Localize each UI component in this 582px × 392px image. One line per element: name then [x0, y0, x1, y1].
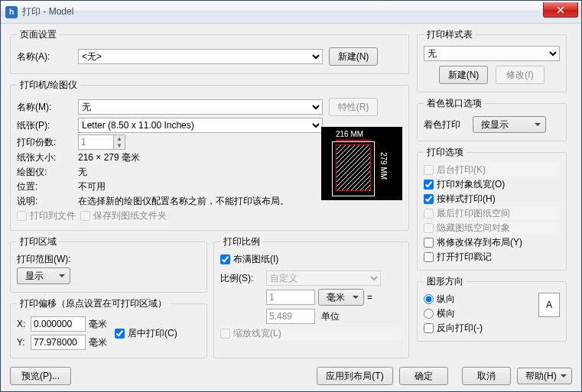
page-setup-group: 页面设置 名称(A): <无> 新建(N): [10, 28, 409, 74]
style-modify-button[interactable]: 修改(I): [496, 66, 545, 84]
printer-name-select[interactable]: 无: [78, 99, 323, 115]
copies-spinner[interactable]: ▲▼: [78, 134, 125, 150]
printer-name-label: 名称(M):: [17, 101, 78, 114]
cancel-button[interactable]: 取消: [462, 367, 511, 385]
copies-input[interactable]: [78, 134, 113, 150]
plot-options-legend: 打印选项: [424, 146, 467, 159]
close-button[interactable]: [543, 2, 578, 18]
paperspace-last-check[interactable]: 最后打印图纸空间: [424, 207, 560, 220]
papersize-value: 216 × 279 毫米: [78, 151, 140, 164]
offset-x-label: X:: [17, 319, 31, 329]
location-value: 不可用: [78, 180, 106, 193]
fit-to-paper-check[interactable]: 布满图纸(I): [220, 253, 402, 266]
scale-lineweights-check[interactable]: 缩放线宽(L): [220, 327, 402, 340]
shade-plot-label: 着色打印: [424, 118, 473, 131]
bg-plot-check[interactable]: 后台打印(K): [424, 164, 560, 177]
orientation-icon: A: [538, 293, 560, 317]
printer-legend: 打印机/绘图仪: [17, 79, 80, 92]
plot-scale-group: 打印比例 布满图纸(I) 比例(S): 自定义 毫米 =: [213, 235, 409, 358]
paper-select[interactable]: Letter (8.50 x 11.00 Inches): [78, 118, 323, 133]
upside-down-check[interactable]: 反向打印(-): [424, 322, 538, 335]
offset-y-input[interactable]: [31, 335, 86, 350]
style-table-select[interactable]: 无: [424, 46, 560, 61]
orientation-legend: 图形方向: [424, 275, 467, 288]
svg-rect-3: [337, 145, 370, 190]
page-setup-legend: 页面设置: [17, 28, 60, 41]
offset-x-unit: 毫米: [89, 318, 107, 331]
preview-height-label: 279 MM: [379, 152, 388, 180]
help-button[interactable]: 帮助(H): [517, 368, 572, 384]
shade-plot-select[interactable]: 按显示: [473, 116, 546, 133]
window-title: 打印 - Model: [22, 5, 73, 18]
offset-y-label: Y:: [17, 337, 31, 348]
plotter-value: 无: [78, 166, 87, 179]
plot-range-select[interactable]: 显示: [17, 267, 70, 284]
save-layout-check[interactable]: 将修改保存到布局(Y): [424, 236, 560, 249]
copies-label: 打印份数:: [17, 136, 78, 149]
style-new-button[interactable]: 新建(N): [439, 66, 488, 84]
footer: 预览(P)... 应用到布局(T) 确定 取消 帮助(H): [1, 361, 581, 391]
desc-label: 说明:: [17, 195, 78, 208]
titlebar[interactable]: h 打印 - Model: [1, 1, 581, 24]
offset-x-input[interactable]: [31, 316, 86, 332]
plot-offset-group: 打印偏移（原点设置在可打印区域） X: 毫米 Y:: [10, 297, 207, 358]
plot-lw-check[interactable]: 打印对象线宽(O): [424, 178, 560, 191]
style-table-legend: 打印样式表: [424, 28, 476, 41]
plot-scale-legend: 打印比例: [220, 235, 263, 248]
printer-props-button[interactable]: 特性(R): [329, 98, 378, 116]
preview-width-label: 216 MM: [336, 130, 363, 138]
save-to-dwg-check[interactable]: 保存到图纸文件夹: [80, 209, 167, 222]
print-to-file-check[interactable]: 打印到文件: [17, 209, 76, 222]
spin-up-icon[interactable]: ▲: [114, 135, 125, 142]
location-label: 位置:: [17, 180, 78, 193]
preview-button[interactable]: 预览(P)...: [10, 367, 71, 385]
center-plot-check[interactable]: 居中打印(C): [115, 327, 177, 340]
close-icon: [556, 6, 565, 14]
apply-layout-button[interactable]: 应用到布局(T): [317, 367, 393, 385]
hide-ps-check[interactable]: 隐藏图纸空间对象: [424, 222, 560, 235]
plot-options-group: 打印选项 后台打印(K) 打印对象线宽(O) 按样式打印(H) 最后打印图纸空间…: [417, 146, 567, 271]
spin-down-icon[interactable]: ▼: [114, 142, 125, 149]
shade-viewport-legend: 着色视口选项: [424, 97, 485, 110]
scale-unit-select[interactable]: 毫米: [318, 289, 364, 306]
ok-button[interactable]: 确定: [399, 367, 448, 385]
style-table-group: 打印样式表 无 新建(N) 修改(I): [417, 28, 567, 92]
offset-y-unit: 毫米: [89, 336, 107, 349]
portrait-radio[interactable]: 纵向: [424, 293, 538, 306]
shade-viewport-group: 着色视口选项 着色打印 按显示: [417, 97, 567, 141]
print-dialog: h 打印 - Model 页面设置 名称(A): <无> 新建(N): [0, 0, 582, 392]
paper-label: 纸张(P):: [17, 119, 78, 132]
orientation-group: 图形方向 纵向 横向 反向打印(-) A: [417, 275, 567, 342]
plot-area-legend: 打印区域: [17, 235, 60, 248]
app-icon: h: [5, 6, 18, 18]
page-setup-name-label: 名称(A):: [17, 50, 78, 63]
paper-preview: 216 MM 279 MM: [321, 127, 402, 200]
equals-label: =: [367, 292, 372, 303]
plot-stamp-check[interactable]: 打开打印戳记: [424, 251, 560, 264]
papersize-label: 纸张大小:: [17, 151, 78, 164]
plot-styles-check[interactable]: 按样式打印(H): [424, 193, 560, 206]
desc-value: 在选择新的绘图仪配置名称之前，不能打印该布局。: [78, 195, 289, 208]
page-setup-name-select[interactable]: <无>: [78, 49, 323, 64]
printer-group: 打印机/绘图仪 216 MM 279 MM 名称(M): 无: [10, 79, 409, 231]
plotter-label: 绘图仪:: [17, 166, 78, 179]
landscape-radio[interactable]: 横向: [424, 307, 538, 320]
plot-offset-legend: 打印偏移（原点设置在可打印区域）: [17, 297, 170, 310]
preview-printable-area: [336, 144, 371, 191]
scale-num-input[interactable]: [266, 290, 315, 305]
scale-label: 比例(S):: [220, 272, 266, 285]
scale-den-input[interactable]: [266, 309, 315, 324]
plot-area-group: 打印区域 打印范围(W): 显示: [10, 235, 207, 293]
scale-den-unit: 单位: [321, 310, 340, 323]
scale-select[interactable]: 自定义: [266, 271, 381, 286]
plot-range-label: 打印范围(W):: [17, 253, 200, 266]
page-setup-new-button[interactable]: 新建(N): [329, 47, 378, 66]
